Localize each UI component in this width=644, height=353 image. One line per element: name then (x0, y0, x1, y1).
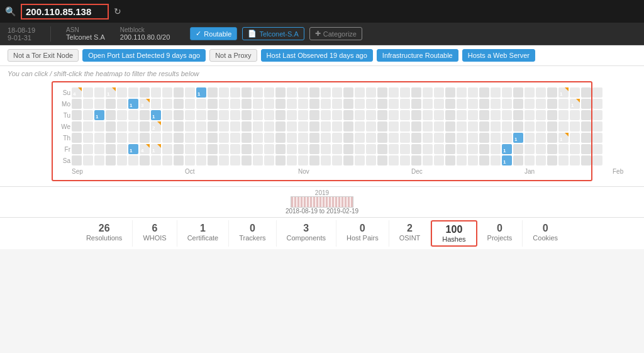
heatmap-cell[interactable] (185, 87, 195, 98)
heatmap-cell[interactable] (264, 133, 274, 143)
heatmap-cell[interactable] (208, 99, 218, 109)
heatmap-cell[interactable] (332, 155, 342, 165)
tag-badge[interactable]: Host Last Observed 19 days ago (261, 49, 373, 62)
heatmap-cell[interactable] (547, 87, 557, 98)
heatmap-cell[interactable] (117, 155, 127, 165)
heatmap-cell[interactable]: 1 (558, 87, 569, 98)
heatmap-cell[interactable] (468, 155, 478, 165)
heatmap-cell[interactable] (106, 155, 116, 165)
heatmap-cell[interactable] (592, 121, 602, 132)
heatmap-cell[interactable] (140, 110, 150, 120)
heatmap-cell[interactable] (230, 155, 240, 165)
heatmap-cell[interactable] (411, 144, 421, 154)
heatmap-cell[interactable] (94, 99, 104, 109)
nav-item-whois[interactable]: 6WHOIS (133, 220, 177, 247)
heatmap-cell[interactable] (117, 110, 127, 120)
heatmap-cell[interactable] (151, 87, 161, 98)
heatmap-cell[interactable] (332, 110, 342, 120)
heatmap-cell[interactable] (174, 99, 184, 109)
heatmap-cell[interactable] (151, 133, 161, 143)
heatmap-cell[interactable] (72, 99, 82, 109)
heatmap-cell[interactable] (423, 155, 433, 165)
heatmap-cell[interactable] (479, 144, 489, 154)
heatmap-cell[interactable] (570, 87, 580, 98)
heatmap-cell[interactable] (298, 121, 308, 132)
heatmap-cell[interactable] (83, 87, 93, 98)
heatmap-cell[interactable] (151, 99, 161, 109)
nav-item-cookies[interactable]: 0Cookies (523, 220, 568, 247)
heatmap-cell[interactable] (377, 110, 387, 120)
heatmap-cell[interactable] (434, 110, 444, 120)
heatmap-cell[interactable] (445, 87, 455, 98)
heatmap-cell[interactable] (106, 99, 116, 109)
heatmap-cell[interactable] (343, 133, 353, 143)
heatmap-cell[interactable] (479, 99, 489, 109)
heatmap-cell[interactable] (174, 87, 184, 98)
heatmap-cell[interactable]: 1 (502, 144, 512, 154)
heatmap-cell[interactable] (411, 155, 421, 165)
ip-input[interactable] (21, 4, 109, 20)
tag-badge[interactable]: Not a Tor Exit Node (8, 49, 79, 62)
heatmap-cell[interactable]: 1 (106, 87, 116, 98)
heatmap-cell[interactable] (377, 133, 387, 143)
heatmap-cell[interactable] (525, 144, 535, 154)
heatmap-cell[interactable] (162, 87, 172, 98)
heatmap-cell[interactable] (434, 133, 444, 143)
heatmap-cell[interactable] (185, 99, 195, 109)
heatmap-cell[interactable] (592, 133, 602, 143)
heatmap-cell[interactable] (468, 99, 478, 109)
heatmap-cell[interactable] (321, 133, 331, 143)
heatmap-cell[interactable] (174, 133, 184, 143)
heatmap-cell[interactable] (185, 110, 195, 120)
heatmap-cell[interactable] (174, 121, 184, 132)
heatmap-cell[interactable] (275, 121, 286, 132)
heatmap-cell[interactable] (445, 121, 455, 132)
heatmap-cell[interactable] (491, 121, 501, 132)
heatmap-cell[interactable] (264, 121, 274, 132)
heatmap-container[interactable]: Su4111Mo131Tu11We2Th11Fr1411Sa1SepOctNov… (52, 81, 592, 181)
heatmap-cell[interactable] (309, 99, 319, 109)
heatmap-cell[interactable] (502, 99, 512, 109)
heatmap-cell[interactable] (468, 110, 478, 120)
heatmap-cell[interactable] (94, 133, 104, 143)
heatmap-cell[interactable] (536, 155, 546, 165)
heatmap-cell[interactable] (502, 87, 512, 98)
heatmap-cell[interactable] (309, 121, 319, 132)
heatmap-cell[interactable] (72, 110, 82, 120)
heatmap-cell[interactable] (423, 87, 433, 98)
tag-badge[interactable]: Not a Proxy (209, 49, 257, 62)
heatmap-cell[interactable] (264, 110, 274, 120)
heatmap-cell[interactable] (479, 121, 489, 132)
heatmap-cell[interactable] (536, 133, 546, 143)
heatmap-cell[interactable] (162, 110, 172, 120)
heatmap-cell[interactable] (400, 87, 410, 98)
nav-item-trackers[interactable]: 0Trackers (229, 220, 276, 247)
heatmap-cell[interactable] (321, 110, 331, 120)
heatmap-cell[interactable] (298, 99, 308, 109)
heatmap-cell[interactable] (581, 87, 591, 98)
heatmap-cell[interactable] (457, 144, 467, 154)
heatmap-cell[interactable] (479, 155, 489, 165)
heatmap-cell[interactable] (547, 155, 557, 165)
heatmap-cell[interactable] (230, 87, 240, 98)
heatmap-cell[interactable] (208, 121, 218, 132)
heatmap-cell[interactable] (83, 144, 93, 154)
heatmap-cell[interactable] (355, 110, 365, 120)
heatmap-cell[interactable] (366, 99, 376, 109)
heatmap-cell[interactable] (536, 99, 546, 109)
heatmap-cell[interactable] (196, 99, 206, 109)
heatmap-cell[interactable] (185, 155, 195, 165)
heatmap-cell[interactable] (253, 121, 263, 132)
heatmap-cell[interactable] (72, 121, 82, 132)
heatmap-cell[interactable] (106, 133, 116, 143)
heatmap-cell[interactable] (128, 121, 138, 132)
heatmap-cell[interactable] (491, 133, 501, 143)
heatmap-cell[interactable] (445, 133, 455, 143)
nav-item-components[interactable]: 3Components (277, 220, 336, 247)
heatmap-cell[interactable] (411, 133, 421, 143)
heatmap-cell[interactable] (219, 144, 229, 154)
heatmap-cell[interactable] (423, 110, 433, 120)
heatmap-cell[interactable] (287, 133, 297, 143)
heatmap-cell[interactable] (366, 110, 376, 120)
heatmap-cell[interactable] (174, 110, 184, 120)
